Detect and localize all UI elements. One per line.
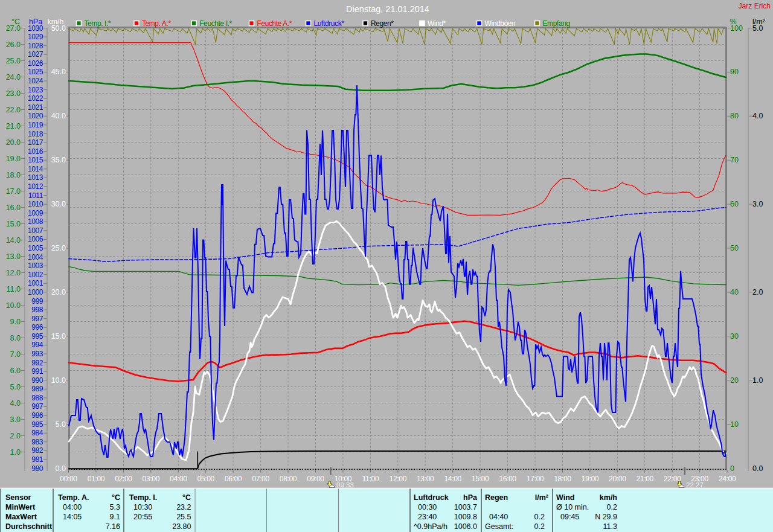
svg-text:986: 986 bbox=[31, 411, 43, 420]
svg-text:04:00: 04:00 bbox=[170, 475, 187, 483]
svg-text:19.0: 19.0 bbox=[6, 155, 21, 163]
svg-text:10.0: 10.0 bbox=[51, 376, 66, 385]
svg-text:1010: 1010 bbox=[28, 200, 43, 208]
svg-text:20:00: 20:00 bbox=[609, 475, 626, 483]
svg-text:70: 70 bbox=[730, 156, 739, 164]
svg-text:5.0: 5.0 bbox=[56, 420, 66, 429]
svg-text:1006.0: 1006.0 bbox=[454, 522, 477, 531]
svg-text:Temp. A.*: Temp. A.* bbox=[142, 19, 171, 28]
svg-text:01:00: 01:00 bbox=[88, 475, 105, 483]
svg-text:0.2: 0.2 bbox=[534, 522, 545, 531]
svg-text:1014: 1014 bbox=[28, 165, 43, 173]
svg-text:13.0: 13.0 bbox=[6, 252, 21, 261]
svg-text:25.0: 25.0 bbox=[6, 57, 21, 65]
svg-text:l/m²: l/m² bbox=[535, 493, 548, 502]
svg-text:30.0: 30.0 bbox=[51, 200, 66, 208]
svg-text:1002: 1002 bbox=[28, 271, 43, 279]
svg-text:°C: °C bbox=[182, 493, 191, 502]
svg-text:1003.7: 1003.7 bbox=[454, 503, 477, 511]
svg-text:997: 997 bbox=[31, 315, 43, 323]
svg-text:989: 989 bbox=[31, 385, 43, 393]
svg-text:1003: 1003 bbox=[28, 261, 43, 270]
svg-text:07:00: 07:00 bbox=[252, 475, 269, 483]
svg-text:985: 985 bbox=[31, 420, 43, 429]
svg-text:25.5: 25.5 bbox=[176, 513, 191, 521]
svg-text:11.3: 11.3 bbox=[603, 522, 617, 531]
svg-text:999: 999 bbox=[31, 297, 43, 306]
svg-text:Jarz Erich: Jarz Erich bbox=[739, 2, 771, 10]
svg-text:992: 992 bbox=[31, 359, 43, 367]
svg-text:Dienstag, 21.01.2014: Dienstag, 21.01.2014 bbox=[346, 4, 429, 14]
svg-text:1022: 1022 bbox=[28, 94, 43, 103]
svg-text:4.0: 4.0 bbox=[752, 112, 763, 120]
svg-text:17.0: 17.0 bbox=[6, 187, 21, 196]
svg-text:0: 0 bbox=[730, 464, 734, 473]
svg-text:09:45: 09:45 bbox=[560, 513, 579, 521]
svg-text:1023: 1023 bbox=[28, 86, 43, 94]
svg-text:35.0: 35.0 bbox=[51, 156, 66, 164]
svg-text:Luftdruck*: Luftdruck* bbox=[314, 19, 345, 28]
svg-text:23.2: 23.2 bbox=[176, 503, 191, 511]
svg-text:04:40: 04:40 bbox=[489, 513, 508, 521]
svg-text:40.0: 40.0 bbox=[51, 112, 66, 120]
svg-text:Ø 10 min.: Ø 10 min. bbox=[556, 503, 589, 511]
svg-text:Wind*: Wind* bbox=[428, 19, 446, 28]
svg-text:1007: 1007 bbox=[28, 226, 43, 235]
svg-text:N 29.9: N 29.9 bbox=[595, 513, 617, 521]
svg-text:%: % bbox=[730, 18, 736, 26]
svg-text:987: 987 bbox=[31, 402, 43, 411]
svg-text:0.2: 0.2 bbox=[607, 503, 617, 511]
svg-text:hPa: hPa bbox=[29, 18, 42, 26]
svg-text:25.0: 25.0 bbox=[51, 244, 66, 252]
svg-text:1017: 1017 bbox=[28, 138, 43, 147]
svg-text:14:05: 14:05 bbox=[63, 513, 82, 521]
svg-text:Wind: Wind bbox=[556, 493, 574, 502]
svg-text:18:00: 18:00 bbox=[554, 475, 571, 483]
svg-text:16:00: 16:00 bbox=[499, 475, 516, 483]
svg-text:14.0: 14.0 bbox=[6, 236, 21, 245]
svg-text:1009: 1009 bbox=[28, 209, 43, 217]
svg-text:984: 984 bbox=[31, 429, 43, 437]
svg-text:7.0: 7.0 bbox=[10, 350, 21, 359]
svg-text:1001: 1001 bbox=[28, 279, 43, 287]
svg-text:MinWert: MinWert bbox=[5, 503, 36, 511]
svg-text:Regen*: Regen* bbox=[371, 19, 394, 28]
svg-text:1009.8: 1009.8 bbox=[454, 513, 477, 521]
svg-text:1005: 1005 bbox=[28, 244, 43, 252]
svg-text:23:40: 23:40 bbox=[418, 513, 437, 521]
svg-text:11.0: 11.0 bbox=[7, 285, 21, 293]
svg-text:13:00: 13:00 bbox=[417, 475, 434, 483]
svg-text:22:27: 22:27 bbox=[686, 481, 704, 489]
svg-text:26.0: 26.0 bbox=[6, 40, 21, 49]
svg-text:1025: 1025 bbox=[28, 68, 43, 76]
svg-text:40: 40 bbox=[730, 288, 739, 296]
svg-text:991: 991 bbox=[31, 367, 43, 376]
svg-text:998: 998 bbox=[31, 306, 43, 314]
svg-text:1016: 1016 bbox=[28, 147, 43, 156]
svg-text:5.0: 5.0 bbox=[10, 383, 21, 391]
svg-text:981: 981 bbox=[31, 455, 43, 464]
svg-text:8.0: 8.0 bbox=[10, 334, 21, 342]
svg-text:1028: 1028 bbox=[28, 42, 43, 50]
svg-text:988: 988 bbox=[31, 394, 43, 402]
svg-text:Temp. I.*: Temp. I.* bbox=[85, 19, 111, 28]
svg-text:Temp. A.: Temp. A. bbox=[58, 493, 89, 502]
svg-text:14:00: 14:00 bbox=[444, 475, 461, 483]
svg-text:994: 994 bbox=[31, 341, 43, 349]
svg-text:00:30: 00:30 bbox=[418, 503, 437, 511]
svg-text:08:00: 08:00 bbox=[280, 475, 297, 483]
svg-text:1000: 1000 bbox=[28, 288, 43, 296]
svg-text:03:00: 03:00 bbox=[143, 475, 160, 483]
svg-text:21:00: 21:00 bbox=[636, 475, 653, 483]
svg-text:9.0: 9.0 bbox=[10, 318, 21, 326]
svg-text:17:00: 17:00 bbox=[527, 475, 544, 483]
svg-text:Regen: Regen bbox=[485, 493, 508, 502]
svg-text:1011: 1011 bbox=[28, 191, 43, 200]
svg-text:05:00: 05:00 bbox=[197, 475, 214, 483]
svg-text:Feuchte A.*: Feuchte A.* bbox=[257, 19, 292, 28]
svg-text:1008: 1008 bbox=[28, 217, 43, 226]
svg-text:1.0: 1.0 bbox=[10, 448, 21, 457]
svg-text:11:00: 11:00 bbox=[362, 475, 379, 483]
svg-text:1018: 1018 bbox=[28, 130, 43, 138]
svg-text:Temp. I.: Temp. I. bbox=[129, 493, 157, 502]
